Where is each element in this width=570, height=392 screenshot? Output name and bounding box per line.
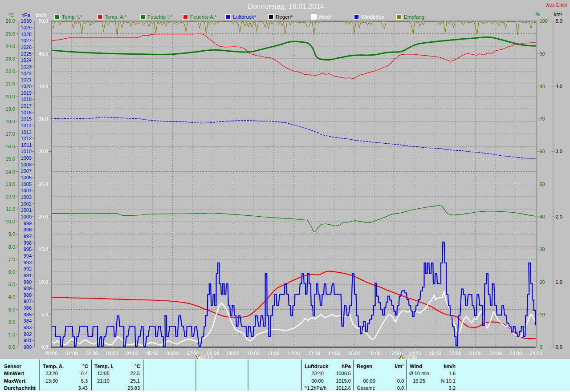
svg-text:23:40: 23:40 <box>311 371 324 376</box>
svg-text:1023: 1023 <box>21 64 32 69</box>
svg-text:1006: 1006 <box>21 175 32 180</box>
svg-text:5.0: 5.0 <box>556 18 562 24</box>
svg-text:00:00: 00:00 <box>45 351 58 356</box>
svg-text:1019: 1019 <box>21 90 32 96</box>
svg-text:25.0: 25.0 <box>6 31 15 36</box>
svg-text:^1.2hPa/h: ^1.2hPa/h <box>305 385 326 391</box>
svg-text:20.0: 20.0 <box>39 214 48 219</box>
svg-text:50: 50 <box>540 182 545 187</box>
svg-text:Feuchte I.*: Feuchte I.* <box>147 14 172 20</box>
svg-text:17.0: 17.0 <box>6 131 15 137</box>
svg-text:983: 983 <box>24 325 32 330</box>
svg-text:0: 0 <box>540 344 542 350</box>
svg-text:80: 80 <box>540 84 545 89</box>
svg-text:993: 993 <box>24 260 32 265</box>
svg-text:60: 60 <box>540 149 545 154</box>
svg-text:03:00: 03:00 <box>106 351 118 356</box>
svg-text:19.0: 19.0 <box>6 106 15 112</box>
svg-text:1021: 1021 <box>21 77 32 82</box>
svg-text:Luftdruck: Luftdruck <box>305 364 329 369</box>
svg-text:Wind: Wind <box>410 364 422 369</box>
svg-text:MaxWert: MaxWert <box>4 378 25 384</box>
svg-text:0.0: 0.0 <box>397 378 404 384</box>
svg-text:1018: 1018 <box>21 97 32 102</box>
svg-text:14.0: 14.0 <box>6 169 15 174</box>
svg-text:991: 991 <box>24 273 32 278</box>
svg-text:1001: 1001 <box>21 207 32 213</box>
svg-text:994: 994 <box>24 253 32 259</box>
svg-text:19:00: 19:00 <box>429 351 441 356</box>
svg-text:22.5: 22.5 <box>130 371 140 376</box>
svg-text:998: 998 <box>24 227 32 232</box>
svg-text:°C: °C <box>8 12 14 18</box>
svg-text:981: 981 <box>24 338 32 343</box>
svg-text:10.0: 10.0 <box>6 219 15 224</box>
svg-text:4.0: 4.0 <box>8 294 15 299</box>
svg-text:1011: 1011 <box>21 142 32 148</box>
svg-text:11.0: 11.0 <box>6 206 15 212</box>
svg-text:Durchschnitt: Durchschnitt <box>4 385 36 391</box>
svg-text:MinWert: MinWert <box>4 371 24 376</box>
svg-text:50.0: 50.0 <box>39 18 48 24</box>
svg-text:18.0: 18.0 <box>6 119 15 124</box>
svg-text:0.0: 0.0 <box>397 385 404 391</box>
svg-text:16:00: 16:00 <box>368 351 381 356</box>
svg-text:20:00: 20:00 <box>449 351 462 356</box>
svg-text:988: 988 <box>24 292 32 298</box>
svg-text:14:00: 14:00 <box>328 351 341 356</box>
svg-text:Jarz Erich: Jarz Erich <box>546 2 567 8</box>
svg-text:1005: 1005 <box>21 182 32 187</box>
svg-text:30: 30 <box>540 247 545 252</box>
svg-text:23:00: 23:00 <box>510 351 522 356</box>
svg-text:Donnerstag, 16.01.2014: Donnerstag, 16.01.2014 <box>248 3 324 10</box>
svg-text:24:00: 24:00 <box>530 351 542 356</box>
svg-text:25.0: 25.0 <box>39 182 48 187</box>
svg-text:16.0: 16.0 <box>6 144 15 149</box>
svg-text:00:00: 00:00 <box>363 378 375 384</box>
svg-text:Luftdruck*: Luftdruck* <box>233 14 256 20</box>
svg-text:12.0: 12.0 <box>6 194 15 199</box>
svg-text:Regen*: Regen* <box>276 14 293 20</box>
svg-text:1015.0: 1015.0 <box>336 378 351 384</box>
svg-text:15:00: 15:00 <box>348 351 361 356</box>
svg-text:23.83: 23.83 <box>127 385 140 391</box>
svg-text:N 10.1: N 10.1 <box>441 378 456 384</box>
svg-text:9.0: 9.0 <box>8 231 15 237</box>
svg-text:23.0: 23.0 <box>6 56 15 61</box>
svg-text:l/m²: l/m² <box>554 12 562 17</box>
svg-text:°C: °C <box>82 364 88 369</box>
svg-text:996: 996 <box>24 240 32 246</box>
svg-text:13:00: 13:00 <box>308 351 320 356</box>
svg-text:Temp. A.: Temp. A. <box>43 364 64 369</box>
svg-text:Temp. I.*: Temp. I.* <box>62 14 82 20</box>
svg-text:1012: 1012 <box>21 136 32 141</box>
svg-text:1.0: 1.0 <box>8 332 15 337</box>
svg-text:3.0: 3.0 <box>8 307 15 312</box>
svg-text:22:00: 22:00 <box>489 351 502 356</box>
svg-text:hPa: hPa <box>342 364 351 369</box>
svg-text:992: 992 <box>24 266 32 271</box>
svg-text:1025: 1025 <box>21 51 32 57</box>
svg-text:22.0: 22.0 <box>6 69 15 74</box>
svg-text:35.0: 35.0 <box>39 116 48 121</box>
svg-text:990: 990 <box>24 279 32 285</box>
svg-text:21.0: 21.0 <box>6 81 15 86</box>
svg-text:05:00: 05:00 <box>146 351 159 356</box>
svg-text:15.0: 15.0 <box>6 156 15 162</box>
svg-text:1007: 1007 <box>21 168 32 174</box>
svg-text:10:00: 10:00 <box>247 351 260 356</box>
svg-text:01:00: 01:00 <box>65 351 78 356</box>
svg-text:70: 70 <box>540 116 545 121</box>
svg-text:5.0: 5.0 <box>8 282 15 287</box>
svg-text:13.0: 13.0 <box>6 182 15 187</box>
svg-text:1020: 1020 <box>21 84 32 89</box>
svg-text:5.0: 5.0 <box>41 312 48 317</box>
svg-text:°C: °C <box>134 364 140 369</box>
svg-text:984: 984 <box>24 318 32 323</box>
svg-text:1024: 1024 <box>21 57 32 63</box>
svg-text:1026: 1026 <box>21 44 32 50</box>
svg-text:1028: 1028 <box>21 32 32 37</box>
svg-text:1030: 1030 <box>21 18 32 24</box>
svg-text:15.0: 15.0 <box>39 247 48 252</box>
svg-text:2.0: 2.0 <box>8 319 15 325</box>
